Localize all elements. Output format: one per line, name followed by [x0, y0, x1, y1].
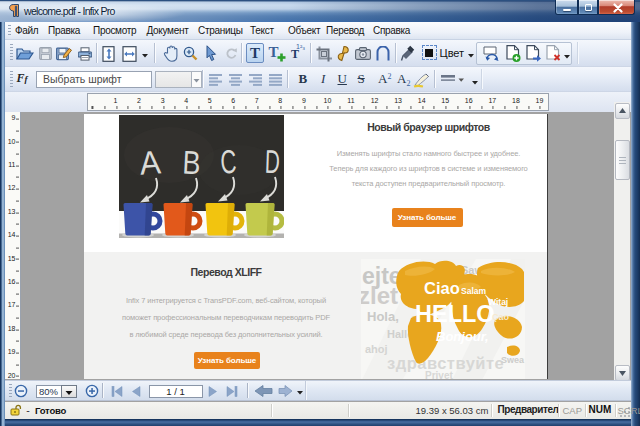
- svg-text:Hola,: Hola,: [367, 309, 399, 324]
- svg-text:Çao: Çao: [492, 312, 510, 322]
- svg-text:D: D: [264, 143, 280, 181]
- svg-text:A: A: [138, 143, 162, 181]
- svg-text:Privet: Privet: [425, 370, 453, 380]
- svg-text:Ciao: Ciao: [424, 279, 460, 297]
- svg-text:Salam: Salam: [461, 286, 486, 296]
- svg-text:C: C: [219, 143, 237, 181]
- svg-text:B: B: [181, 144, 201, 182]
- svg-text:Bonjour,: Bonjour,: [436, 328, 489, 343]
- svg-text:HELLO: HELLO: [415, 300, 495, 326]
- svg-text:ahoj: ahoj: [365, 343, 388, 355]
- svg-text:Swea: Swea: [501, 355, 525, 365]
- svg-text:zlet: zlet: [361, 282, 398, 309]
